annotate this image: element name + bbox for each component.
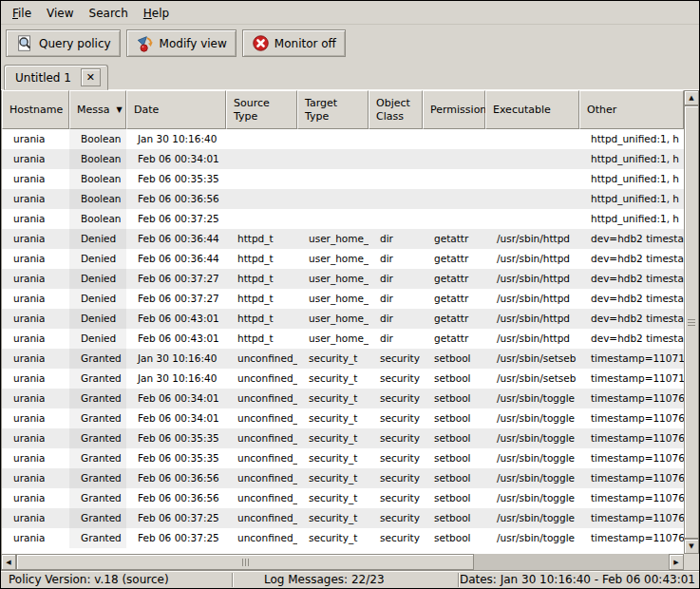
table-cell: Denied: [69, 289, 126, 309]
table-cell: dir: [369, 329, 423, 349]
table-row[interactable]: uraniaGrantedFeb 06 00:35:35unconfined_s…: [2, 428, 684, 448]
column-header-date[interactable]: Date: [126, 90, 226, 129]
table-cell: httpd_unified:1, h: [579, 169, 684, 189]
table-cell: dir: [369, 229, 423, 249]
menu-file[interactable]: File: [5, 4, 39, 23]
table-cell: setbool: [423, 428, 485, 448]
table-cell: timestamp=11076: [579, 468, 684, 488]
scroll-right-button[interactable]: ▶: [669, 554, 684, 570]
table-row[interactable]: uraniaDeniedFeb 06 00:43:01httpd_tuser_h…: [2, 309, 684, 329]
table-cell: Feb 06 00:34:01: [126, 389, 226, 408]
query-policy-button[interactable]: Query policy: [6, 29, 121, 57]
table-cell: Boolean: [69, 149, 126, 169]
vertical-scrollbar[interactable]: ▲ ▼: [684, 90, 699, 554]
table-row[interactable]: uraniaGrantedJan 30 10:16:40unconfined_s…: [2, 369, 684, 389]
column-header-hostname[interactable]: Hostname: [2, 90, 69, 129]
table-cell: Granted: [69, 448, 126, 468]
table-cell: /usr/sbin/setseb: [485, 369, 579, 389]
table-cell: security_t: [297, 389, 369, 408]
column-header-object-class[interactable]: Object Class: [369, 90, 423, 129]
table-row[interactable]: uraniaBooleanFeb 06 00:34:01httpd_unifie…: [2, 149, 684, 169]
table-cell: unconfined_: [226, 428, 297, 448]
table-row[interactable]: uraniaGrantedFeb 06 00:37:25unconfined_s…: [2, 508, 684, 528]
policy-version-status: Policy Version: v.18 (source): [1, 571, 232, 588]
table-cell: /usr/sbin/toggle: [485, 468, 579, 488]
table-row[interactable]: uraniaBooleanFeb 06 00:36:56httpd_unifie…: [2, 189, 684, 209]
table-row[interactable]: uraniaGrantedFeb 06 00:35:35unconfined_s…: [2, 448, 684, 468]
column-header-other[interactable]: Other: [579, 90, 684, 129]
horizontal-scrollbar[interactable]: ◀ ▶: [1, 554, 684, 570]
table-cell: /usr/sbin/httpd: [485, 269, 579, 289]
table-cell: urania: [2, 209, 69, 229]
close-icon: ✕: [86, 71, 95, 84]
table-row[interactable]: uraniaDeniedFeb 06 00:37:27httpd_tuser_h…: [2, 289, 684, 309]
table-cell: httpd_t: [226, 229, 297, 249]
log-messages-status: Log Messages: 22/23: [234, 571, 458, 588]
table-row[interactable]: uraniaDeniedFeb 06 00:36:44httpd_tuser_h…: [2, 249, 684, 269]
horizontal-scrollbar-trough[interactable]: [474, 554, 669, 570]
table-cell: Granted: [69, 408, 126, 428]
table-cell: urania: [2, 249, 69, 269]
table-row[interactable]: uraniaGrantedFeb 06 00:34:01unconfined_s…: [2, 408, 684, 428]
table-cell: dir: [369, 269, 423, 289]
table-cell: Feb 06 00:37:27: [126, 269, 226, 289]
menu-search[interactable]: Search: [82, 4, 136, 23]
table-cell: dev=hdb2 timesta: [579, 269, 684, 289]
table-row[interactable]: uraniaDeniedFeb 06 00:43:01httpd_tuser_h…: [2, 329, 684, 349]
scroll-right-icon: ▶: [673, 559, 678, 566]
table-row[interactable]: uraniaGrantedFeb 06 00:36:56unconfined_s…: [2, 488, 684, 508]
scroll-left-icon: ◀: [6, 559, 10, 566]
column-header-message[interactable]: Messa▼: [69, 90, 126, 129]
table-cell: /usr/sbin/httpd: [485, 309, 579, 329]
column-header-target-type[interactable]: Target Type: [297, 90, 369, 129]
table-row[interactable]: uraniaBooleanJan 30 10:16:40httpd_unifie…: [2, 129, 684, 149]
monitor-off-button[interactable]: Monitor off: [242, 29, 346, 57]
table-cell: Granted: [69, 508, 126, 528]
vertical-scrollbar-thumb[interactable]: [684, 105, 699, 539]
modify-view-button[interactable]: Modify view: [126, 29, 236, 57]
menu-help[interactable]: Help: [136, 4, 177, 23]
table-cell: /usr/sbin/httpd: [485, 249, 579, 269]
table-cell: [423, 149, 485, 169]
status-bar: Policy Version: v.18 (source) Log Messag…: [1, 570, 699, 588]
table-cell: security: [369, 428, 423, 448]
column-header-executable[interactable]: Executable: [485, 90, 579, 129]
scroll-up-button[interactable]: ▲: [684, 90, 699, 105]
table-cell: [226, 169, 297, 189]
table-row[interactable]: uraniaGrantedFeb 06 00:34:01unconfined_s…: [2, 389, 684, 408]
table-cell: /usr/sbin/toggle: [485, 448, 579, 468]
close-tab-button[interactable]: ✕: [81, 68, 101, 86]
tab-untitled-1[interactable]: Untitled 1 ✕: [4, 65, 108, 90]
menu-view[interactable]: View: [39, 4, 81, 23]
column-header-source-type[interactable]: Source Type: [226, 90, 297, 129]
table-cell: Boolean: [69, 169, 126, 189]
table-row[interactable]: uraniaDeniedFeb 06 00:37:27httpd_tuser_h…: [2, 269, 684, 289]
table-cell: security: [369, 528, 423, 548]
table-cell: setbool: [423, 369, 485, 389]
table-cell: security_t: [297, 408, 369, 428]
table-cell: setbool: [423, 349, 485, 369]
table-cell: getattr: [423, 289, 485, 309]
scroll-left-button[interactable]: ◀: [1, 554, 16, 570]
table-cell: httpd_t: [226, 329, 297, 349]
table-row[interactable]: uraniaDeniedFeb 06 00:36:44httpd_tuser_h…: [2, 229, 684, 249]
table-row[interactable]: uraniaGrantedFeb 06 00:37:25unconfined_s…: [2, 528, 684, 548]
table-row[interactable]: uraniaGrantedFeb 06 00:36:56unconfined_s…: [2, 468, 684, 488]
table-cell: urania: [2, 369, 69, 389]
table-cell: timestamp=11076: [579, 488, 684, 508]
table-cell: unconfined_: [226, 508, 297, 528]
table-row[interactable]: uraniaGrantedJan 30 10:16:40unconfined_s…: [2, 349, 684, 369]
table-cell: urania: [2, 389, 69, 408]
table-cell: Feb 06 00:35:35: [126, 169, 226, 189]
table-row[interactable]: uraniaBooleanFeb 06 00:35:35httpd_unifie…: [2, 169, 684, 189]
table-cell: /usr/sbin/toggle: [485, 508, 579, 528]
table-row[interactable]: uraniaBooleanFeb 06 00:37:25httpd_unifie…: [2, 209, 684, 229]
table-cell: urania: [2, 329, 69, 349]
table-cell: timestamp=11076: [579, 389, 684, 408]
horizontal-scrollbar-thumb[interactable]: [16, 554, 474, 570]
scroll-down-button[interactable]: ▼: [684, 539, 699, 554]
table-cell: Feb 06 00:37:25: [126, 209, 226, 229]
table-cell: urania: [2, 349, 69, 369]
column-header-permission[interactable]: Permission: [423, 90, 485, 129]
table-cell: urania: [2, 309, 69, 329]
